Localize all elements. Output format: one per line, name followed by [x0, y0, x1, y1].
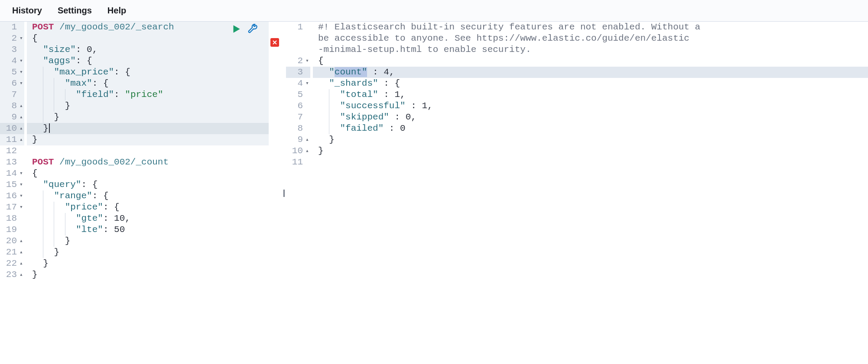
line-gutter: 12▾34▾5▾6▾78▴9▴10▴11▴121314▾15▾16▾17▾181… [0, 22, 27, 364]
menu-bar: History Settings Help [0, 0, 868, 22]
response-viewer-panel: 12▾34▾56789▴10▴11 #! Elasticsearch built… [286, 22, 868, 364]
annotation-strip [269, 22, 281, 364]
response-viewer[interactable]: 12▾34▾56789▴10▴11 #! Elasticsearch built… [286, 22, 868, 364]
code-area[interactable]: POST /my_goods_002/_search{ "size": 0, "… [27, 22, 269, 364]
menu-settings[interactable]: Settings [50, 6, 100, 16]
menu-help[interactable]: Help [100, 6, 134, 16]
request-editor-panel: 12▾34▾5▾6▾78▴9▴10▴11▴121314▾15▾16▾17▾181… [0, 22, 269, 364]
request-editor[interactable]: 12▾34▾5▾6▾78▴9▴10▴11▴121314▾15▾16▾17▾181… [0, 22, 269, 364]
wrench-icon[interactable] [247, 23, 258, 36]
run-query-icon[interactable] [231, 23, 242, 36]
menu-history[interactable]: History [4, 6, 50, 16]
error-icon[interactable] [270, 38, 279, 47]
line-gutter: 12▾34▾56789▴10▴11 [286, 22, 313, 364]
pane-resize-handle[interactable]: || [281, 22, 286, 364]
code-area: #! Elasticsearch built-in security featu… [313, 22, 868, 364]
